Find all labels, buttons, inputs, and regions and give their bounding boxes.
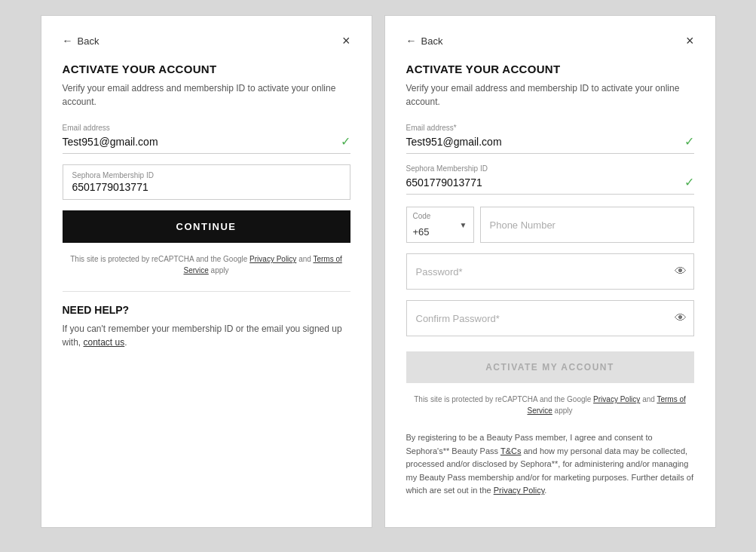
email-field-group-2: Email address* Test951@gmail.com ✓ (406, 124, 694, 154)
membership-field-1: Sephora Membership ID 6501779013771 (63, 164, 350, 200)
recaptcha-text-2: This site is protected by reCAPTCHA and … (406, 394, 694, 416)
continue-button[interactable]: CONTINUE (63, 210, 350, 243)
recaptcha-text-1: This site is protected by reCAPTCHA and … (63, 253, 350, 276)
page-subtitle-2: Verify your email address and membership… (406, 81, 694, 109)
confirm-password-input[interactable] (406, 300, 694, 336)
membership-label-1: Sephora Membership ID (72, 171, 341, 179)
page-title-2: ACTIVATE YOUR ACCOUNT (406, 63, 694, 75)
back-label-2: Back (421, 35, 443, 47)
back-button-2[interactable]: ← Back (406, 35, 443, 47)
legal-text: By registering to be a Beauty Pass membe… (406, 431, 694, 498)
screen-wrapper: ← Back × ACTIVATE YOUR ACCOUNT Verify yo… (0, 0, 756, 552)
email-check-icon-2: ✓ (684, 134, 694, 149)
panel-1-nav: ← Back × (63, 34, 350, 48)
panel-2: ← Back × ACTIVATE YOUR ACCOUNT Verify yo… (384, 15, 716, 528)
panel-2-nav: ← Back × (406, 34, 694, 48)
confirm-password-field-group: 👁 (406, 300, 694, 336)
close-button-1[interactable]: × (342, 34, 350, 48)
back-arrow-icon-1: ← (63, 35, 73, 47)
phone-row: Code +65 ▼ (406, 207, 694, 243)
panel-1: ← Back × ACTIVATE YOUR ACCOUNT Verify yo… (41, 15, 372, 528)
email-value-1: Test951@gmail.com (63, 136, 158, 148)
membership-check-icon-2: ✓ (684, 175, 694, 189)
close-button-2[interactable]: × (686, 34, 694, 48)
contact-us-link[interactable]: contact us (84, 337, 125, 348)
password-eye-icon[interactable]: 👁 (675, 265, 687, 278)
membership-display-2: 6501779013771 ✓ (406, 175, 694, 195)
membership-value-2: 6501779013771 (406, 176, 482, 189)
privacy-policy-link-2[interactable]: Privacy Policy (593, 395, 640, 403)
privacy-policy-link-3[interactable]: Privacy Policy (494, 486, 545, 495)
membership-field-group-2: Sephora Membership ID 6501779013771 ✓ (406, 164, 694, 195)
membership-label-2: Sephora Membership ID (406, 164, 694, 173)
phone-code-label: Code (413, 212, 467, 220)
privacy-policy-link-1[interactable]: Privacy Policy (249, 255, 296, 263)
activate-button[interactable]: ACTIVATE MY ACCOUNT (406, 351, 694, 383)
need-help-text: If you can't remember your membership ID… (63, 322, 350, 349)
email-label-1: Email address (63, 124, 350, 132)
phone-code-value: +65 (413, 226, 467, 238)
phone-input-wrap[interactable] (480, 207, 694, 243)
email-field-group-1: Email address Test951@gmail.com ✓ (63, 124, 350, 154)
tc-link[interactable]: T&Cs (500, 446, 522, 455)
membership-value-1: 6501779013771 (72, 181, 341, 193)
page-subtitle-1: Verify your email address and membership… (63, 81, 350, 109)
phone-input[interactable] (480, 207, 694, 243)
back-arrow-icon-2: ← (406, 35, 417, 47)
email-label-2: Email address* (406, 124, 694, 132)
password-input[interactable] (406, 253, 694, 290)
need-help-title: NEED HELP? (63, 304, 350, 316)
email-value-2: Test951@gmail.com (406, 136, 502, 148)
phone-code-dropdown[interactable]: Code +65 ▼ (406, 207, 474, 243)
divider-1 (63, 291, 350, 292)
email-check-icon-1: ✓ (341, 134, 350, 149)
email-display-2: Test951@gmail.com ✓ (406, 134, 694, 154)
confirm-password-eye-icon[interactable]: 👁 (675, 311, 687, 325)
email-display-1: Test951@gmail.com ✓ (63, 134, 350, 154)
back-button-1[interactable]: ← Back (63, 35, 99, 47)
page-title-1: ACTIVATE YOUR ACCOUNT (63, 63, 350, 75)
back-label-1: Back (78, 35, 99, 47)
password-field-group: 👁 (406, 253, 694, 290)
